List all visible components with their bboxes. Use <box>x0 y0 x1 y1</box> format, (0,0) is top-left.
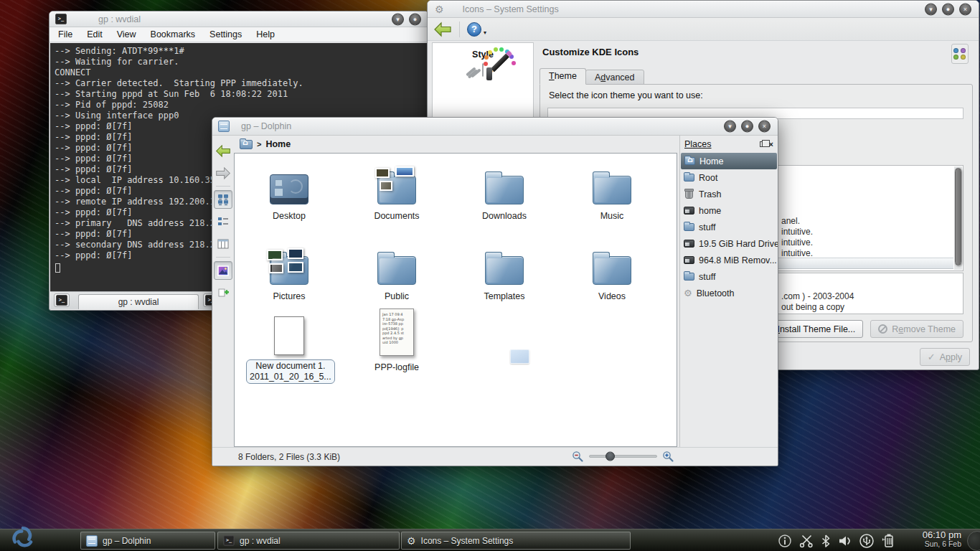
task-dolphin[interactable]: gp – Dolphin <box>80 532 215 550</box>
menu-edit[interactable]: Edit <box>87 29 103 39</box>
icons-view-button[interactable] <box>214 190 232 209</box>
remove-icon <box>878 324 887 334</box>
folder-item-public[interactable]: Public <box>354 243 440 301</box>
item-label: Documents <box>354 211 440 221</box>
battery-icon[interactable] <box>881 533 895 549</box>
folder-item-desktop[interactable]: Desktop <box>246 163 332 221</box>
folder-item-pictures[interactable]: Pictures <box>246 243 332 301</box>
konsole-menubar: File Edit View Bookmarks Settings Help <box>50 27 428 42</box>
menu-settings[interactable]: Settings <box>209 29 242 39</box>
menu-view[interactable]: View <box>117 29 136 39</box>
apply-button[interactable]: ✓ Apply <box>920 348 970 366</box>
task-system-settings[interactable]: ⚙ Icons – System Settings <box>401 532 631 550</box>
copy-note-fragment: out being a copy <box>781 302 844 312</box>
dolphin-statusbar: 8 Folders, 2 Files (3.3 KiB) <box>212 447 778 466</box>
zoom-out-icon[interactable] <box>572 451 584 463</box>
places-item-root[interactable]: Root <box>680 169 778 186</box>
gear-task-icon: ⚙ <box>407 536 416 546</box>
breadcrumb: > Home <box>234 136 677 153</box>
places-item-home-partition[interactable]: home <box>680 202 778 219</box>
back-button[interactable] <box>214 141 232 160</box>
zoom-slider[interactable] <box>589 455 657 458</box>
split-view-button[interactable] <box>214 283 232 302</box>
menu-file[interactable]: File <box>58 29 72 39</box>
breadcrumb-home[interactable]: Home <box>265 139 291 149</box>
konsole-tab[interactable]: gp : wvdial <box>78 294 199 309</box>
places-item-stuff[interactable]: stuff <box>680 219 778 235</box>
device-notifier-usb-icon[interactable] <box>859 533 875 549</box>
maximize-icon[interactable]: ● <box>409 13 421 25</box>
places-item-removable[interactable]: 964.8 MiB Remov... <box>680 252 778 268</box>
scrollbar-thumb[interactable] <box>955 168 961 265</box>
details-view-button[interactable] <box>214 212 232 231</box>
minimize-icon[interactable]: ▾ <box>724 121 736 133</box>
task-konsole[interactable]: >_ gp : wvdial <box>217 532 400 550</box>
file-item-new-document[interactable]: New document 1. 2011_01_20_16_5... <box>246 314 332 384</box>
app-launcher-icon[interactable] <box>4 522 42 551</box>
menu-help[interactable]: Help <box>256 29 275 39</box>
minimize-icon[interactable]: ▾ <box>392 13 404 25</box>
drag-ghost <box>510 349 529 364</box>
tab-theme[interactable]: Theme <box>540 68 586 85</box>
places-item-trash[interactable]: Trash <box>680 186 778 202</box>
folder-icon <box>377 256 416 285</box>
folder-item-music[interactable]: Music <box>569 163 655 221</box>
bluetooth-icon[interactable] <box>820 534 831 548</box>
tab-advanced[interactable]: Advanced <box>585 70 644 85</box>
file-item-ppp-logfile[interactable]: Jan 17 09:4 7:18 gp-Asp ire-5738 pp pd[1… <box>354 306 440 372</box>
gear-icon: ⚙ <box>435 4 444 15</box>
home-folder-icon[interactable] <box>240 140 253 149</box>
volume-icon[interactable] <box>838 534 852 548</box>
forward-button[interactable] <box>214 164 232 182</box>
clock-time: 06:10 pm <box>923 530 961 540</box>
overview-icon[interactable] <box>951 44 969 64</box>
places-item-stuff-2[interactable]: stuff <box>680 268 778 285</box>
places-item-hard-drive[interactable]: 19.5 GiB Hard Drive <box>680 235 778 252</box>
panel-cashew-icon[interactable] <box>967 531 980 551</box>
clock[interactable]: 06:10 pm Sun, 6 Feb <box>923 530 961 549</box>
task-label: gp : wvdial <box>240 536 281 546</box>
columns-view-button[interactable] <box>214 235 232 253</box>
place-label: Home <box>699 156 723 166</box>
theme-description-fragment: anel. <box>781 216 800 226</box>
folder-item-documents[interactable]: Documents <box>354 163 440 221</box>
dolphin-task-icon <box>86 535 98 547</box>
scrollbar[interactable] <box>954 166 962 270</box>
zoom-in-icon[interactable] <box>662 451 674 463</box>
folder-view[interactable]: Desktop Documents Downloads Music <box>234 153 677 447</box>
float-panel-icon[interactable] <box>760 141 766 147</box>
menu-bookmarks[interactable]: Bookmarks <box>151 29 196 39</box>
folder-icon <box>684 273 694 281</box>
folder-item-downloads[interactable]: Downloads <box>461 163 547 221</box>
taskbar-panel: gp – Dolphin >_ gp : wvdial ⚙ Icons – Sy… <box>0 529 980 551</box>
documents-folder-icon <box>377 176 416 204</box>
theme-tabs: Theme Advanced <box>540 68 644 85</box>
close-icon[interactable]: × <box>758 121 771 133</box>
notifications-icon[interactable] <box>778 534 792 548</box>
preview-toggle-button[interactable] <box>214 261 232 280</box>
folder-item-videos[interactable]: Videos <box>569 243 655 301</box>
back-button[interactable] <box>433 22 452 37</box>
sidebar-item-label: Style <box>433 50 533 60</box>
minimize-icon[interactable]: ▾ <box>925 3 937 15</box>
sidebar-item-style[interactable]: Style <box>433 43 533 60</box>
maximize-icon[interactable]: ● <box>942 3 954 15</box>
dolphin-titlebar[interactable]: gp – Dolphin ▾ ● × <box>212 118 778 136</box>
sidebar-item-device[interactable] <box>433 60 533 77</box>
new-tab-button[interactable]: >_ <box>54 293 70 307</box>
apply-label: Apply <box>940 352 962 362</box>
help-button[interactable]: ? ▾ <box>467 22 486 37</box>
theme-description-fragment: intuitive. <box>781 248 813 258</box>
maximize-icon[interactable]: ● <box>741 121 753 133</box>
klipper-scissors-icon[interactable] <box>798 534 814 548</box>
places-item-bluetooth[interactable]: ⚙ Bluetooth <box>680 285 778 301</box>
folder-item-templates[interactable]: Templates <box>461 243 547 301</box>
konsole-titlebar[interactable]: >_ gp : wvdial ▾ ● <box>50 11 428 27</box>
close-icon[interactable]: × <box>959 3 971 15</box>
place-label: stuff <box>699 272 715 282</box>
system-settings-titlebar[interactable]: ⚙ Icons – System Settings ▾ ● × <box>428 1 979 18</box>
add-split-icon <box>217 287 229 298</box>
places-item-home[interactable]: Home <box>681 153 777 169</box>
zoom-slider-knob[interactable] <box>606 452 615 461</box>
remove-theme-button[interactable]: Remove Theme <box>870 320 963 338</box>
